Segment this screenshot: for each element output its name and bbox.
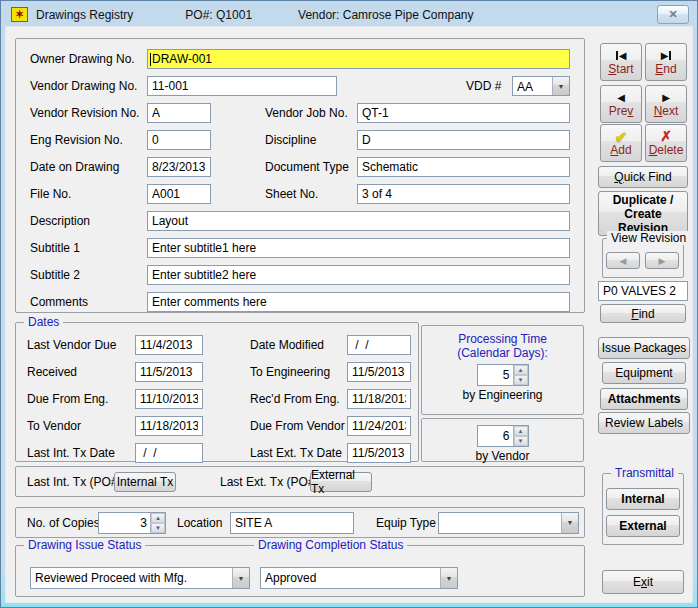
drawing-issue-status-combo[interactable]: Reviewed Proceed with Mfg. ▼ bbox=[30, 567, 250, 589]
vendor-drawing-input[interactable] bbox=[147, 76, 337, 96]
last-int-tx-po-label: Last Int. Tx (PO#) bbox=[27, 475, 114, 489]
dates-row: Last Vendor Due Date Modified bbox=[27, 335, 418, 355]
sidebar: ◀ Start ▶ End ◀ Prev ▶ Next ✔ Add ✗ Dele… bbox=[598, 27, 692, 604]
sheet-no-input[interactable] bbox=[357, 184, 570, 204]
external-transmittal-label: External bbox=[619, 519, 666, 533]
spinner-up-icon[interactable]: ▲ bbox=[151, 513, 165, 523]
review-labels-button[interactable]: Review Labels bbox=[598, 412, 690, 434]
no-of-copies-spinner[interactable]: 3 ▲ ▼ bbox=[98, 512, 166, 534]
internal-transmittal-button[interactable]: Internal bbox=[606, 488, 680, 510]
due-from-vendor-input[interactable] bbox=[347, 416, 411, 436]
status-group: Drawing Issue Status Drawing Completion … bbox=[15, 545, 585, 597]
find-input[interactable] bbox=[598, 281, 688, 301]
vendor-days-spinner[interactable]: 6 ▲ ▼ bbox=[477, 425, 529, 447]
duplicate-create-revision-label: Duplicate / Create Revision bbox=[605, 193, 681, 235]
quick-find-button[interactable]: Quick Find bbox=[598, 166, 688, 188]
date-on-drawing-input[interactable] bbox=[147, 157, 211, 177]
to-engineering-input[interactable] bbox=[347, 362, 411, 382]
no-of-copies-label: No. of Copies bbox=[27, 516, 98, 530]
owner-drawing-row: Owner Drawing No. DRAW-001 bbox=[30, 49, 570, 69]
find-button[interactable]: Find bbox=[600, 304, 686, 323]
location-input[interactable] bbox=[230, 512, 354, 534]
text-caret bbox=[150, 53, 151, 66]
view-revision-prev-button[interactable]: ◀ bbox=[606, 252, 640, 269]
drawing-completion-status-combo[interactable]: Approved ▼ bbox=[260, 567, 458, 589]
eng-revision-input[interactable] bbox=[147, 130, 211, 150]
external-transmittal-button[interactable]: External bbox=[606, 515, 680, 537]
app-icon: ✶ bbox=[11, 7, 28, 22]
add-button[interactable]: ✔ Add bbox=[600, 124, 642, 162]
date-modified-input[interactable] bbox=[347, 335, 411, 355]
next-button[interactable]: ▶ Next bbox=[645, 85, 687, 123]
issue-packages-button[interactable]: Issue Packages bbox=[598, 337, 690, 359]
owner-drawing-input[interactable]: DRAW-001 bbox=[147, 49, 570, 69]
eng-revision-label: Eng Revision No. bbox=[30, 133, 147, 147]
spinner-down-icon[interactable]: ▼ bbox=[514, 375, 528, 385]
due-from-eng-input[interactable] bbox=[135, 389, 203, 409]
file-no-input[interactable] bbox=[147, 184, 211, 204]
spinner-down-icon[interactable]: ▼ bbox=[514, 436, 528, 446]
document-type-label: Document Type bbox=[265, 160, 357, 174]
external-tx-button[interactable]: External Tx bbox=[310, 472, 372, 492]
last-ext-tx-date-input[interactable] bbox=[347, 443, 411, 463]
dates-caption: Dates bbox=[24, 315, 63, 329]
close-button[interactable]: ✕ bbox=[657, 5, 689, 24]
subtitle1-row: Subtitle 1 bbox=[30, 238, 570, 258]
issue-packages-label: Issue Packages bbox=[602, 341, 687, 355]
spinner-up-icon[interactable]: ▲ bbox=[514, 365, 528, 375]
view-revision-next-button[interactable]: ▶ bbox=[645, 252, 679, 269]
comments-row: Comments bbox=[30, 292, 570, 312]
no-of-copies-value: 3 bbox=[99, 513, 150, 533]
drawing-issue-status-caption: Drawing Issue Status bbox=[24, 538, 145, 552]
chevron-down-icon[interactable]: ▼ bbox=[552, 77, 569, 95]
attachments-button[interactable]: Attachments bbox=[600, 388, 688, 410]
exit-button[interactable]: Exit bbox=[602, 570, 684, 594]
last-int-tx-date-input[interactable] bbox=[135, 443, 203, 463]
engineering-days-spinner[interactable]: 5 ▲ ▼ bbox=[477, 364, 529, 386]
equipment-label: Equipment bbox=[615, 366, 672, 380]
add-button-label: Add bbox=[610, 144, 631, 157]
exit-button-label: Exit bbox=[633, 575, 653, 589]
client-area: Owner Drawing No. DRAW-001 Vendor Drawin… bbox=[5, 26, 693, 603]
vendor-revision-row: Vendor Revision No. Vendor Job No. bbox=[30, 103, 570, 123]
drawing-completion-status-caption: Drawing Completion Status bbox=[254, 538, 407, 552]
view-revision-caption: View Revision bbox=[607, 231, 690, 245]
description-input[interactable] bbox=[147, 211, 570, 231]
drawing-info-group: Owner Drawing No. DRAW-001 Vendor Drawin… bbox=[15, 38, 585, 313]
vdd-combo[interactable]: AA ▼ bbox=[512, 76, 570, 96]
description-row: Description bbox=[30, 211, 570, 231]
subtitle1-input[interactable] bbox=[147, 238, 570, 258]
vendor-days-panel: 6 ▲ ▼ by Vendor bbox=[421, 418, 584, 462]
end-button[interactable]: ▶ End bbox=[645, 43, 687, 81]
attachments-label: Attachments bbox=[608, 392, 681, 406]
vdd-label: VDD # bbox=[466, 79, 512, 93]
received-label: Received bbox=[27, 365, 135, 379]
external-tx-button-label: External Tx bbox=[311, 468, 371, 496]
document-type-input[interactable] bbox=[357, 157, 570, 177]
subtitle2-input[interactable] bbox=[147, 265, 570, 285]
comments-input[interactable] bbox=[147, 292, 570, 312]
equipment-button[interactable]: Equipment bbox=[602, 362, 686, 384]
last-vendor-due-input[interactable] bbox=[135, 335, 203, 355]
delete-button[interactable]: ✗ Delete bbox=[645, 124, 687, 162]
recd-from-eng-input[interactable] bbox=[347, 389, 411, 409]
dates-row: Due From Eng. Rec'd From Eng. bbox=[27, 389, 418, 409]
to-vendor-label: To Vendor bbox=[27, 419, 135, 433]
discipline-input[interactable] bbox=[357, 130, 570, 150]
start-button[interactable]: ◀ Start bbox=[600, 43, 642, 81]
owner-drawing-value: DRAW-001 bbox=[152, 52, 212, 66]
vendor-job-input[interactable] bbox=[357, 103, 570, 123]
chevron-down-icon[interactable]: ▼ bbox=[561, 513, 578, 533]
to-vendor-input[interactable] bbox=[135, 416, 203, 436]
spinner-down-icon[interactable]: ▼ bbox=[151, 523, 165, 533]
chevron-down-icon[interactable]: ▼ bbox=[232, 568, 249, 588]
received-input[interactable] bbox=[135, 362, 203, 382]
chevron-down-icon[interactable]: ▼ bbox=[440, 568, 457, 588]
internal-tx-button[interactable]: Internal Tx bbox=[114, 472, 176, 492]
equip-type-combo[interactable]: ▼ bbox=[438, 512, 579, 534]
drawing-completion-status-value: Approved bbox=[261, 568, 440, 588]
spinner-up-icon[interactable]: ▲ bbox=[514, 426, 528, 436]
duplicate-create-revision-button[interactable]: Duplicate / Create Revision bbox=[598, 191, 688, 236]
prev-button[interactable]: ◀ Prev bbox=[600, 85, 642, 123]
vendor-revision-input[interactable] bbox=[147, 103, 211, 123]
